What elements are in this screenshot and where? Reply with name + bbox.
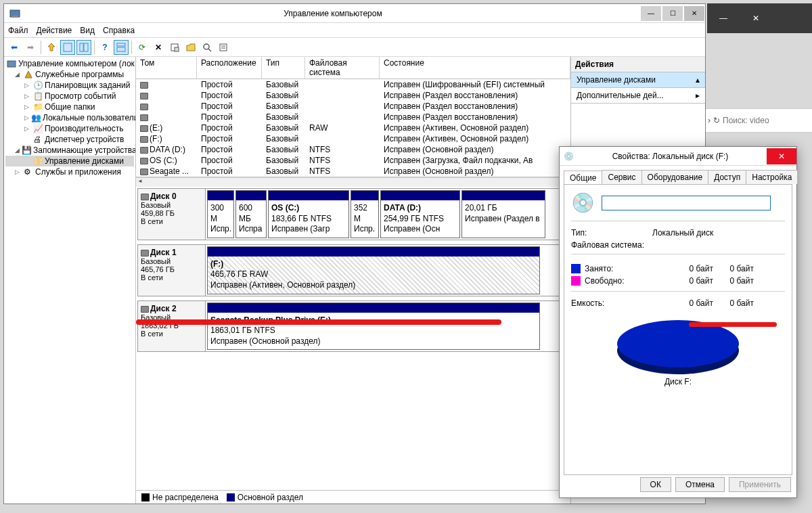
background-search-bar: › ↻	[705, 108, 812, 133]
back-button[interactable]: ⬅	[7, 40, 22, 55]
properties-title: Свойства: Локальный диск (F:)	[574, 152, 767, 161]
disk-block: Диск 0Базовый459,88 ГБВ сети300 МИспр.60…	[137, 188, 569, 240]
help-icon[interactable]: ?	[97, 40, 112, 55]
browser-close[interactable]: ✕	[740, 3, 772, 33]
search-input[interactable]	[720, 113, 812, 128]
tab-general[interactable]: Общие	[564, 171, 602, 185]
volume-row[interactable]: ПростойБазовыйИсправен (Шифрованный (EFI…	[136, 79, 570, 90]
chevron-right-icon[interactable]: ›	[705, 116, 713, 125]
actions-more[interactable]: Дополнительные дей...▸	[571, 88, 705, 104]
nav-tree: Управление компьютером (лок ◢Служебные п…	[4, 57, 136, 504]
volume-row[interactable]: OS (C:)ПростойБазовыйNTFSИсправен (Загру…	[136, 155, 570, 166]
ok-button[interactable]: ОК	[640, 477, 671, 492]
used-swatch	[571, 264, 581, 273]
partition[interactable]: 352 МИспр.	[351, 190, 379, 238]
disk-info[interactable]: Диск 1Базовый465,76 ГБВ сети	[138, 245, 206, 296]
used-bytes: 0 байт	[666, 264, 713, 273]
col-volume[interactable]: Том	[136, 57, 197, 79]
legend-unallocated: Не распределена	[152, 493, 219, 502]
open-icon[interactable]	[183, 40, 198, 55]
tab-sharing[interactable]: Доступ	[708, 170, 746, 184]
menu-help[interactable]: Справка	[103, 26, 135, 35]
disk-info[interactable]: Диск 0Базовый459,88 ГБВ сети	[138, 189, 206, 240]
view-icon-2[interactable]	[76, 40, 91, 55]
refresh-icon[interactable]: ⟳	[135, 40, 150, 55]
col-filesystem[interactable]: Файловая система	[305, 57, 380, 79]
volume-row[interactable]: ПростойБазовыйИсправен (Раздел восстанов…	[136, 90, 570, 101]
volume-row[interactable]: DATA (D:)ПростойБазовыйNTFSИсправен (Осн…	[136, 144, 570, 155]
menu-file[interactable]: Файл	[8, 26, 28, 35]
disk-partitions: (F:)465,76 ГБ RAWИсправен (Активен, Осно…	[206, 245, 568, 296]
volume-label-input[interactable]	[602, 196, 771, 210]
center-panel: Том Расположение Тип Файловая система Со…	[136, 57, 571, 504]
maximize-button[interactable]: ☐	[662, 6, 683, 21]
volume-table: Том Расположение Тип Файловая система Со…	[136, 57, 570, 177]
capacity-size: 0 байт	[713, 298, 754, 308]
tree-device-manager[interactable]: 🖨Диспетчер устройств	[5, 134, 134, 145]
actions-disk-management[interactable]: Управление дисками▴	[571, 72, 705, 88]
col-status[interactable]: Состояние	[380, 57, 570, 79]
refresh-icon[interactable]: ↻	[713, 116, 720, 125]
properties-close-button[interactable]: ✕	[767, 148, 796, 164]
tree-shared-folders[interactable]: ▷📁Общие папки	[5, 102, 134, 112]
tree-root[interactable]: Управление компьютером (лок	[5, 58, 134, 69]
view-icon-1[interactable]	[60, 40, 75, 55]
tree-event-viewer[interactable]: ▷📋Просмотр событий	[5, 91, 134, 102]
tree-task-scheduler[interactable]: ▷🕒Планировщик заданий	[5, 80, 134, 91]
col-layout[interactable]: Расположение	[197, 57, 262, 79]
tab-tools[interactable]: Сервис	[602, 170, 641, 184]
used-size: 0 байт	[713, 264, 754, 273]
view-icon-3[interactable]	[114, 40, 129, 55]
find-icon[interactable]	[200, 40, 215, 55]
tree-storage[interactable]: ◢💾Запоминающие устройства	[5, 145, 134, 156]
volume-row[interactable]: Seagate ...ПростойБазовыйNTFSИсправен (О…	[136, 166, 570, 177]
free-label: Свободно:	[585, 276, 666, 286]
col-type[interactable]: Тип	[262, 57, 305, 79]
properties-icon[interactable]	[167, 40, 182, 55]
disk-icon: 💿	[564, 152, 574, 161]
tree-services[interactable]: ▷⚙Службы и приложения	[5, 166, 134, 177]
list-icon[interactable]	[216, 40, 231, 55]
close-button[interactable]: ✕	[684, 6, 704, 21]
filesystem-label: Файловая система:	[571, 240, 652, 250]
tab-hardware[interactable]: Оборудование	[641, 170, 709, 184]
forward-button[interactable]: ➡	[23, 40, 38, 55]
volume-row[interactable]: ПростойБазовыйИсправен (Раздел восстанов…	[136, 112, 570, 122]
menu-action[interactable]: Действие	[37, 26, 72, 35]
volume-row[interactable]: ПростойБазовыйИсправен (Раздел восстанов…	[136, 101, 570, 112]
disk-block: Диск 2Базовый1863,02 ГБВ сетиSeagate Bac…	[137, 300, 569, 353]
partition[interactable]: 300 МИспр.	[207, 190, 234, 238]
partition[interactable]: 600 МБИспра	[235, 190, 267, 238]
apply-button[interactable]: Применить	[729, 477, 791, 492]
tree-performance[interactable]: ▷📈Производительность	[5, 123, 134, 134]
disk-partitions: 300 МИспр.600 МБИспраOS (C:)183,66 ГБ NT…	[206, 189, 568, 240]
partition[interactable]: 20,01 ГБИсправен (Раздел в	[461, 190, 545, 238]
minimize-button[interactable]: —	[641, 6, 661, 21]
disk-info[interactable]: Диск 2Базовый1863,02 ГБВ сети	[138, 301, 206, 352]
horizontal-scrollbar[interactable]	[136, 177, 570, 187]
type-label: Тип:	[571, 228, 652, 238]
partition[interactable]: OS (C:)183,66 ГБ NTFSИсправен (Загр	[268, 190, 349, 238]
toolbar: ⬅ ➡ ? ⟳ ✕	[4, 38, 705, 57]
volume-row[interactable]: (E:)ПростойБазовыйRAWИсправен (Активен, …	[136, 122, 570, 133]
cancel-button[interactable]: Отмена	[675, 477, 725, 492]
tree-system-tools[interactable]: ◢Служебные программы	[5, 69, 134, 80]
menu-view[interactable]: Вид	[80, 26, 95, 35]
svg-rect-8	[175, 47, 179, 51]
tree-disk-management[interactable]: 📀Управление дисками	[5, 156, 134, 166]
volume-row[interactable]: (F:)ПростойБазовыйИсправен (Активен, Осн…	[136, 133, 570, 144]
svg-rect-3	[80, 43, 83, 51]
delete-icon[interactable]: ✕	[151, 40, 166, 55]
browser-minimize[interactable]: —	[707, 3, 740, 33]
capacity-bytes: 0 байт	[666, 298, 713, 308]
partition[interactable]: (F:)465,76 ГБ RAWИсправен (Активен, Осно…	[207, 246, 540, 294]
up-icon[interactable]	[44, 40, 59, 55]
tree-local-users[interactable]: ▷👥Локальные пользователи	[5, 112, 134, 123]
disk-partitions: Seagate Backup Plus Drive (E:)1863,01 ГБ…	[206, 301, 568, 352]
partition[interactable]: DATA (D:)254,99 ГБ NTFSИсправен (Осн	[380, 190, 460, 238]
app-icon	[7, 5, 23, 22]
free-bytes: 0 байт	[666, 276, 713, 286]
partition[interactable]: Seagate Backup Plus Drive (E:)1863,01 ГБ…	[207, 303, 540, 351]
tab-customize[interactable]: Настройка	[746, 170, 798, 184]
background-browser-titlebar: — ✕	[707, 3, 812, 33]
